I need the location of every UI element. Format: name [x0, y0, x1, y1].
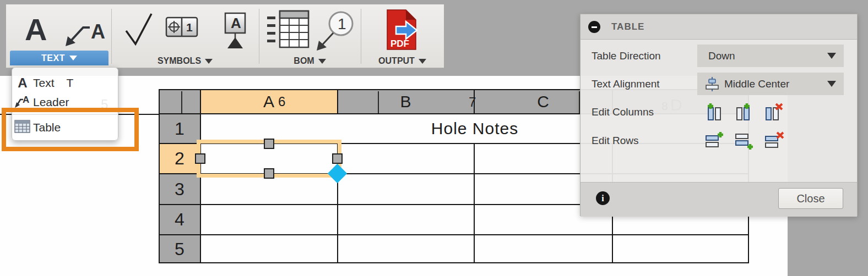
info-icon[interactable]: i — [596, 191, 610, 205]
caret-down-icon — [419, 59, 426, 64]
svg-text:1: 1 — [338, 15, 346, 32]
symbols-section-dropdown-button[interactable]: SYMBOLS — [111, 56, 259, 66]
table-direction-label: Table Direction — [592, 50, 661, 62]
row-header-3[interactable]: 3 — [159, 174, 200, 205]
datum-target-icon[interactable]: 1 — [165, 16, 199, 41]
table-gridline — [474, 143, 475, 263]
menu-item-label: Text — [33, 76, 55, 90]
svg-text:A: A — [23, 95, 29, 105]
svg-text:A: A — [231, 15, 241, 31]
close-button-label: Close — [796, 192, 824, 205]
middle-center-alignment-icon — [705, 76, 719, 92]
row-header-label: 3 — [175, 179, 185, 200]
text-section-dropdown-button[interactable]: TEXT — [10, 51, 109, 65]
title-cell-text: Hole Notes — [431, 119, 518, 138]
row-header-label: 2 — [175, 148, 185, 169]
grip-top-center[interactable] — [264, 139, 274, 149]
table-corner-cell[interactable] — [159, 89, 200, 114]
collapse-icon[interactable] — [588, 21, 600, 33]
column-header-a[interactable]: A — [200, 89, 338, 114]
dialog-title: TABLE — [611, 21, 644, 32]
row-header-label: 5 — [175, 239, 185, 260]
row-header-label: 4 — [175, 209, 185, 230]
insert-column-left-button[interactable] — [704, 103, 723, 122]
surface-check-icon[interactable] — [123, 11, 155, 47]
section-divider — [259, 9, 259, 64]
table-direction-select[interactable]: Down — [697, 45, 844, 67]
delete-column-button[interactable] — [764, 103, 784, 122]
menu-item-shortcut: T — [67, 76, 74, 90]
table-gridline — [159, 234, 749, 235]
edit-columns-label: Edit Columns — [592, 106, 654, 118]
svg-text:A: A — [91, 20, 105, 43]
ribbon-toolbar: A A TEXT 1 A SYMBOLS — [6, 4, 444, 68]
annotation-highlight-box — [2, 108, 139, 151]
balloon-icon[interactable]: 1 — [314, 10, 356, 53]
text-alignment-value: Middle Center — [724, 78, 789, 90]
section-divider — [361, 9, 361, 64]
insert-row-below-button[interactable] — [734, 131, 754, 151]
pdf-export-icon[interactable]: PDF — [384, 9, 421, 52]
leader-tool-icon[interactable]: A — [61, 14, 108, 48]
table-direction-value: Down — [708, 50, 735, 62]
output-section-dropdown-button[interactable]: OUTPUT — [361, 56, 444, 66]
sheet-zone-tick — [181, 91, 182, 114]
sheet-zone-tick — [378, 91, 379, 114]
datum-feature-icon[interactable]: A — [220, 12, 249, 51]
menu-item-label: Leader — [33, 96, 69, 109]
caret-down-icon — [827, 53, 836, 59]
caret-down-icon — [205, 59, 213, 64]
grip-right-middle[interactable] — [332, 153, 343, 164]
insert-column-right-button[interactable] — [734, 103, 753, 122]
caret-down-icon — [318, 59, 326, 64]
section-divider — [111, 9, 112, 64]
table-gridline — [159, 262, 749, 263]
column-header-label: B — [400, 92, 411, 111]
table-gridline — [337, 89, 338, 114]
sheet-zone-label-6: 6 — [278, 94, 285, 109]
text-tool-icon[interactable]: A — [25, 14, 47, 45]
bom-section-label: BOM — [294, 56, 314, 66]
delete-row-button[interactable] — [764, 131, 785, 150]
symbols-section-label: SYMBOLS — [158, 56, 201, 66]
bom-section-dropdown-button[interactable]: BOM — [259, 56, 361, 66]
caret-down-icon — [69, 56, 77, 60]
svg-text:PDF: PDF — [390, 38, 409, 49]
table-dialog: TABLE Table Direction Down Text Alignmen… — [580, 14, 858, 216]
row-header-label: 1 — [175, 119, 185, 139]
column-header-b[interactable]: B — [338, 89, 474, 114]
svg-text:1: 1 — [186, 21, 193, 34]
row-header-5[interactable]: 5 — [159, 235, 200, 263]
text-section-label: TEXT — [41, 53, 65, 63]
column-header-label: C — [537, 92, 550, 111]
row-header-4[interactable]: 4 — [159, 205, 200, 235]
grip-bottom-center[interactable] — [264, 168, 274, 179]
dialog-titlebar[interactable]: TABLE — [581, 14, 857, 40]
caret-down-icon — [827, 81, 836, 87]
table-gridline — [159, 89, 160, 263]
grip-left-middle[interactable] — [195, 153, 205, 164]
text-icon: A — [12, 75, 33, 91]
text-alignment-label: Text Alignment — [592, 78, 660, 90]
row-header-2[interactable]: 2 — [159, 143, 200, 174]
column-header-label: A — [263, 92, 275, 111]
output-section-label: OUTPUT — [378, 56, 415, 66]
row-header-1[interactable]: 1 — [159, 114, 200, 143]
text-alignment-select[interactable]: Middle Center — [697, 73, 844, 95]
close-button[interactable]: Close — [778, 188, 843, 209]
sheet-zone-label-7: 7 — [469, 95, 476, 110]
edit-rows-label: Edit Rows — [592, 135, 639, 147]
insert-row-above-button[interactable] — [704, 131, 724, 150]
bom-table-icon[interactable] — [267, 10, 310, 49]
dialog-footer: i Close — [581, 182, 857, 217]
menu-item-text[interactable]: A Text T — [12, 73, 118, 93]
